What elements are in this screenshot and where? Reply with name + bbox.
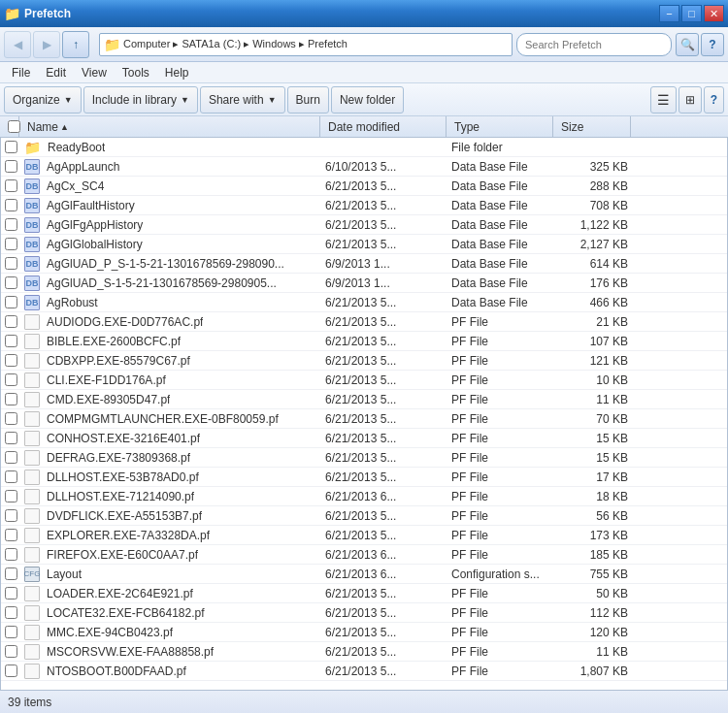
search-input[interactable]	[516, 33, 672, 56]
table-row[interactable]: DB AgRobust 6/21/2013 5... Data Base Fil…	[1, 293, 727, 312]
file-type: PF File	[447, 526, 554, 544]
table-row[interactable]: DB AgGlFaultHistory 6/21/2013 5... Data …	[1, 196, 727, 215]
file-type: PF File	[447, 487, 554, 505]
row-checkbox[interactable]	[5, 218, 17, 231]
menu-view[interactable]: View	[74, 64, 115, 81]
address-bar[interactable]: 📁 Computer ▸ SATA1a (C:) ▸ Windows ▸ Pre…	[99, 33, 513, 56]
row-checkbox[interactable]	[5, 432, 17, 444]
table-row[interactable]: DB AgGlGlobalHistory 6/21/2013 5... Data…	[1, 235, 727, 254]
table-row[interactable]: DLLHOST.EXE-53B78AD0.pf 6/21/2013 5... P…	[1, 468, 727, 487]
file-type: PF File	[447, 642, 554, 661]
file-date: 6/9/2013 1...	[321, 254, 447, 273]
table-row[interactable]: CLI.EXE-F1DD176A.pf 6/21/2013 5... PF Fi…	[1, 371, 727, 390]
row-checkbox[interactable]	[5, 451, 17, 464]
table-row[interactable]: DLLHOST.EXE-71214090.pf 6/21/2013 6... P…	[1, 487, 727, 506]
table-row[interactable]: CDBXPP.EXE-85579C67.pf 6/21/2013 5... PF…	[1, 351, 727, 371]
row-checkbox[interactable]	[5, 373, 17, 386]
table-row[interactable]: BIBLE.EXE-2600BCFC.pf 6/21/2013 5... PF …	[1, 332, 727, 351]
file-size: 755 KB	[554, 565, 632, 583]
file-name: LOADER.EXE-2C64E921.pf	[20, 584, 321, 602]
row-checkbox[interactable]	[5, 393, 17, 405]
col-header-date[interactable]: Date modified	[320, 116, 447, 137]
menu-help[interactable]: Help	[157, 64, 197, 81]
table-row[interactable]: LOADER.EXE-2C64E921.pf 6/21/2013 5... PF…	[1, 584, 727, 603]
row-checkbox[interactable]	[5, 276, 17, 289]
row-checkbox[interactable]	[5, 606, 17, 619]
menu-tools[interactable]: Tools	[115, 64, 157, 81]
preview-pane-button[interactable]: ⊞	[678, 86, 702, 113]
restore-button[interactable]: □	[681, 5, 702, 22]
table-row[interactable]: NTOSBOOT.B00DFAAD.pf 6/21/2013 5... PF F…	[1, 662, 727, 681]
up-button[interactable]: ↑	[62, 31, 89, 58]
file-name: DLLHOST.EXE-53B78AD0.pf	[20, 468, 321, 486]
table-row[interactable]: DB AgCx_SC4 6/21/2013 5... Data Base Fil…	[1, 177, 727, 196]
table-row[interactable]: AUDIODG.EXE-D0D776AC.pf 6/21/2013 5... P…	[1, 312, 727, 332]
row-checkbox[interactable]	[5, 199, 17, 211]
menu-file[interactable]: File	[4, 64, 38, 81]
row-checkbox[interactable]	[5, 490, 17, 502]
include-in-library-button[interactable]: Include in library ▼	[83, 86, 198, 113]
file-date: 6/21/2013 5...	[321, 642, 447, 661]
table-row[interactable]: DB AgGlFgAppHistory 6/21/2013 5... Data …	[1, 215, 727, 235]
table-row[interactable]: 📁 ReadyBoot File folder	[1, 138, 727, 157]
row-checkbox[interactable]	[5, 141, 17, 153]
forward-button[interactable]: ▶	[33, 31, 60, 58]
row-checkbox[interactable]	[5, 548, 17, 561]
row-checkbox[interactable]	[5, 335, 17, 347]
row-checkbox[interactable]	[5, 645, 17, 658]
table-row[interactable]: DB AgGlUAD_S-1-5-21-1301678569-2980905..…	[1, 274, 727, 293]
col-header-size[interactable]: Size	[553, 116, 631, 137]
file-date: 6/21/2013 5...	[321, 623, 447, 641]
row-checkbox[interactable]	[5, 238, 17, 250]
file-list-container[interactable]: 📁 ReadyBoot File folder DB AgAppLaunch 6…	[0, 138, 728, 690]
back-button[interactable]: ◀	[4, 31, 31, 58]
new-folder-button[interactable]: New folder	[331, 86, 404, 113]
table-row[interactable]: CONHOST.EXE-3216E401.pf 6/21/2013 5... P…	[1, 429, 727, 448]
col-header-name[interactable]: Name ▲	[19, 116, 320, 137]
row-checkbox[interactable]	[5, 529, 17, 541]
row-checkbox[interactable]	[5, 664, 17, 677]
share-with-button[interactable]: Share with ▼	[200, 86, 285, 113]
row-checkbox[interactable]	[5, 412, 17, 425]
file-name: LOCATE32.EXE-FCB64182.pf	[20, 603, 321, 622]
row-checkbox[interactable]	[5, 626, 17, 638]
row-checkbox[interactable]	[5, 354, 17, 367]
share-with-label: Share with	[209, 93, 264, 107]
table-row[interactable]: DEFRAG.EXE-73809368.pf 6/21/2013 5... PF…	[1, 448, 727, 468]
col-header-check[interactable]	[0, 116, 19, 137]
table-row[interactable]: MMC.EXE-94CB0423.pf 6/21/2013 5... PF Fi…	[1, 623, 727, 642]
minimize-button[interactable]: −	[659, 5, 679, 22]
table-row[interactable]: DB AgGlUAD_P_S-1-5-21-1301678569-298090.…	[1, 254, 727, 274]
table-row[interactable]: LOCATE32.EXE-FCB64182.pf 6/21/2013 5... …	[1, 603, 727, 623]
file-size: 173 KB	[554, 526, 632, 544]
table-row[interactable]: DVDFLICK.EXE-A55153B7.pf 6/21/2013 5... …	[1, 506, 727, 526]
table-row[interactable]: EXPLORER.EXE-7A3328DA.pf 6/21/2013 5... …	[1, 526, 727, 545]
help-button[interactable]: ?	[701, 33, 724, 56]
row-checkbox[interactable]	[5, 587, 17, 600]
row-checkbox[interactable]	[5, 179, 17, 192]
table-row[interactable]: MSCORSVW.EXE-FAA88858.pf 6/21/2013 5... …	[1, 642, 727, 662]
row-checkbox[interactable]	[5, 509, 17, 522]
table-row[interactable]: CMD.EXE-89305D47.pf 6/21/2013 5... PF Fi…	[1, 390, 727, 409]
view-options-button[interactable]: ☰	[650, 86, 677, 113]
help-toolbar-button[interactable]: ?	[704, 86, 724, 113]
search-button[interactable]: 🔍	[676, 33, 699, 56]
row-checkbox[interactable]	[5, 470, 17, 483]
table-row[interactable]: COMPMGMTLAUNCHER.EXE-0BF80059.pf 6/21/20…	[1, 409, 727, 429]
file-date: 6/21/2013 5...	[321, 526, 447, 544]
row-checkbox[interactable]	[5, 160, 17, 173]
row-checkbox[interactable]	[5, 257, 17, 270]
row-checkbox[interactable]	[5, 296, 17, 308]
file-size: 121 KB	[554, 351, 632, 370]
close-button[interactable]: ✕	[704, 5, 724, 22]
row-checkbox[interactable]	[5, 315, 17, 328]
row-checkbox[interactable]	[5, 567, 17, 580]
menu-edit[interactable]: Edit	[38, 64, 74, 81]
burn-button[interactable]: Burn	[287, 86, 329, 113]
file-name: NTOSBOOT.B00DFAAD.pf	[20, 662, 321, 680]
table-row[interactable]: DB AgAppLaunch 6/10/2013 5... Data Base …	[1, 157, 727, 177]
organize-button[interactable]: Organize ▼	[4, 86, 82, 113]
table-row[interactable]: CFG Layout 6/21/2013 6... Configuration …	[1, 565, 727, 584]
col-header-type[interactable]: Type	[447, 116, 553, 137]
table-row[interactable]: FIREFOX.EXE-E60C0AA7.pf 6/21/2013 6... P…	[1, 545, 727, 565]
